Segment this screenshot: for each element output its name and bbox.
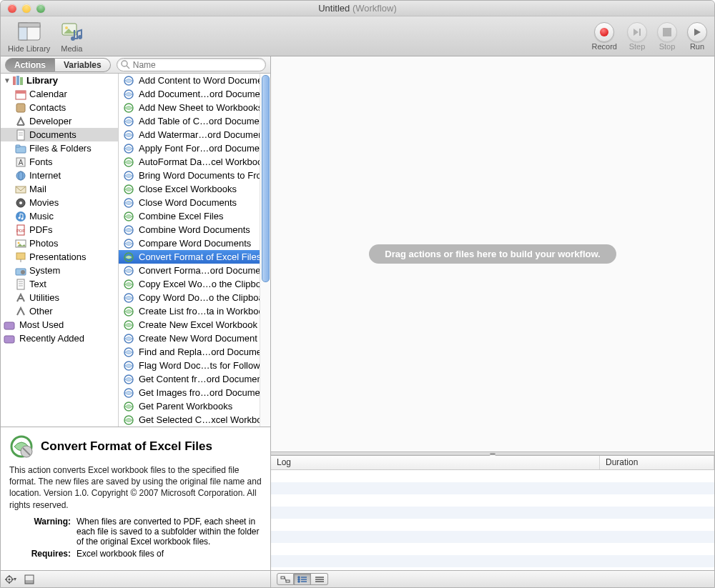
stop-button[interactable]: Stop [657,22,677,51]
action-label: Get Content fr…ord Documents [139,374,270,384]
action-item[interactable]: Add Content to Word Documents [119,74,270,87]
workflow-drop-area[interactable]: Drag actions or files here to build your… [271,56,714,452]
view-list-button[interactable] [294,573,311,585]
svg-text:A: A [19,159,24,166]
category-calendar[interactable]: Calendar [1,87,118,101]
excel-action-icon [123,156,134,168]
recently-added[interactable]: Recently Added [1,332,118,345]
action-item[interactable]: Create List fro…ta in Workbook [119,304,270,318]
word-action-icon [123,129,134,141]
svg-rect-37 [16,253,25,259]
category-photos[interactable]: Photos [1,236,118,250]
category-icon: A [15,156,26,168]
action-item[interactable]: Get Parent Workbooks [119,399,270,413]
category-label: Other [29,306,53,317]
run-button[interactable]: Run [687,22,707,51]
category-label: Movies [29,197,59,208]
category-documents[interactable]: Documents [1,128,118,141]
action-item[interactable]: Combine Excel Files [119,209,270,223]
action-item[interactable]: AutoFormat Da…cel Workbooks [119,155,270,169]
action-label: Add New Sheet to Workbooks [139,102,262,113]
action-item[interactable]: Add Document…ord Documents [119,87,270,101]
scroll-thumb[interactable] [262,75,270,282]
tab-variables[interactable]: Variables [55,58,111,72]
svg-rect-8 [663,28,671,36]
record-button[interactable]: Record [592,22,617,51]
action-item[interactable]: Find and Repla…ord Documents [119,345,270,359]
category-label: Contacts [29,102,66,113]
duration-column-header[interactable]: Duration [600,456,714,469]
action-list[interactable]: Add Content to Word DocumentsAdd Documen… [119,74,270,427]
category-icon [15,143,26,154]
warning-text: When files are converted to PDF, each sh… [77,517,262,547]
action-item[interactable]: Create New Word Document [119,332,270,345]
step-button[interactable]: Step [627,22,647,51]
category-fonts[interactable]: AFonts [1,155,118,169]
action-item[interactable]: Copy Word Do…o the Clipboard [119,291,270,304]
category-text[interactable]: Text [1,277,118,291]
view-flow-button[interactable] [277,573,294,585]
action-item[interactable]: Get Content fr…ord Documents [119,372,270,386]
folder-smart-icon [4,319,15,331]
tab-actions[interactable]: Actions [5,58,55,72]
action-item[interactable]: Compare Word Documents [119,236,270,250]
category-list[interactable]: ▼ Library CalendarContactsDeveloperDocum… [1,74,119,427]
svg-point-79 [9,578,11,580]
category-pdfs[interactable]: PDFPDFs [1,223,118,236]
titlebar[interactable]: Untitled (Workflow) [1,1,714,16]
action-item[interactable]: Flag Word Doc…ts for Follow Up [119,359,270,372]
action-label: Add Watermar…ord Documents [139,129,270,140]
media-button[interactable]: Media [60,20,83,53]
action-item[interactable]: Add Watermar…ord Documents [119,128,270,141]
folder-smart-icon [4,333,15,344]
category-icon [15,279,26,290]
action-label: Add Table of C…ord Documents [139,116,270,126]
svg-rect-11 [13,76,16,85]
action-item[interactable]: Close Word Documents [119,196,270,209]
log-column-header[interactable]: Log [271,456,600,469]
category-label: Presentations [29,251,87,262]
toggle-description-button[interactable] [24,574,35,585]
gear-menu[interactable] [5,574,16,585]
action-item[interactable]: Bring Word Documents to Front [119,169,270,182]
action-item[interactable]: Get Selected C…xcel Workbooks [119,413,270,427]
action-item[interactable]: Copy Excel Wo…o the Clipboard [119,277,270,291]
action-label: Create New Word Document [139,333,257,344]
action-item[interactable]: Get Images fro…ord Documents [119,386,270,399]
excel-action-icon [123,279,134,290]
category-icon [15,238,26,249]
action-item[interactable]: Add New Sheet to Workbooks [119,101,270,114]
action-item[interactable]: Apply Font For…ord Documents [119,141,270,155]
search-input[interactable] [117,58,266,71]
action-label: Close Word Documents [139,197,237,208]
action-item[interactable]: Close Excel Workbooks [119,182,270,196]
search-icon [121,60,130,69]
view-log-button[interactable] [311,573,328,585]
category-files-folders[interactable]: Files & Folders [1,141,118,155]
category-contacts[interactable]: Contacts [1,101,118,114]
category-movies[interactable]: Movies [1,196,118,209]
category-internet[interactable]: Internet [1,169,118,182]
category-system[interactable]: System [1,264,118,277]
category-music[interactable]: Music [1,209,118,223]
category-presentations[interactable]: Presentations [1,250,118,264]
category-mail[interactable]: Mail [1,182,118,196]
svg-rect-46 [4,322,14,329]
hide-library-button[interactable]: Hide Library [8,20,50,53]
action-label: Combine Word Documents [139,224,250,235]
action-scrollbar[interactable] [260,74,270,427]
action-item[interactable]: Add Table of C…ord Documents [119,114,270,128]
search-field[interactable] [117,58,266,71]
excel-action-icon [123,102,134,114]
library-header[interactable]: ▼ Library [1,74,118,87]
action-item[interactable]: Create New Excel Workbook [119,318,270,332]
category-other[interactable]: Other [1,304,118,318]
action-item[interactable]: Combine Word Documents [119,223,270,236]
word-action-icon [123,89,134,100]
action-label: Get Selected C…xcel Workbooks [139,414,270,425]
most-used[interactable]: Most Used [1,318,118,332]
action-item[interactable]: Convert Format of Excel Files [119,250,270,264]
category-utilities[interactable]: Utilities [1,291,118,304]
action-item[interactable]: Convert Forma…ord Documents [119,264,270,277]
category-developer[interactable]: Developer [1,114,118,128]
